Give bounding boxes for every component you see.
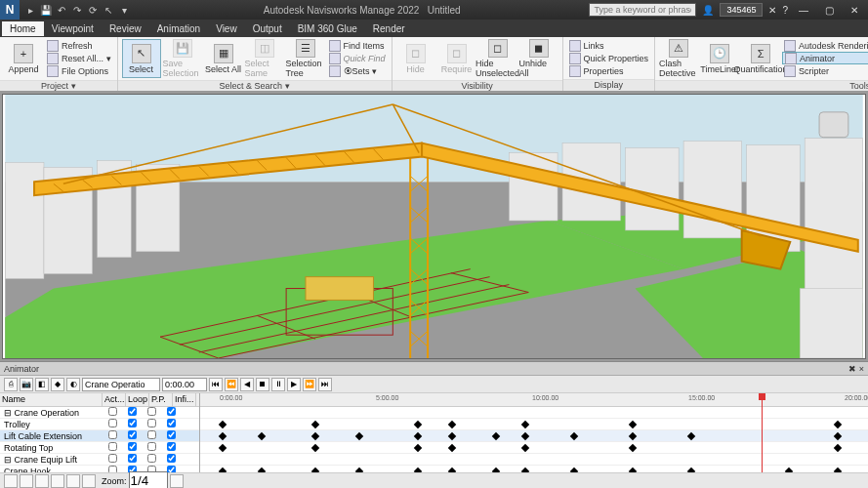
keyframe[interactable]: [834, 468, 842, 472]
keyframe[interactable]: [219, 468, 227, 472]
pp-checkbox[interactable]: [147, 442, 156, 451]
anim-snap-icon[interactable]: ◧: [35, 378, 49, 391]
keyframe[interactable]: [570, 468, 578, 472]
qat-select-icon[interactable]: ↖: [102, 3, 115, 17]
unhide-all-button[interactable]: ◼Unhide All: [519, 39, 558, 78]
animator-button[interactable]: Animator: [782, 52, 868, 64]
loop-checkbox[interactable]: [128, 407, 137, 416]
app-logo[interactable]: N: [0, 0, 20, 20]
step-back-icon[interactable]: ⏪: [225, 378, 238, 391]
f-up-icon[interactable]: [51, 474, 64, 488]
infinite-checkbox[interactable]: [167, 442, 176, 451]
anim-key-icon[interactable]: ◆: [51, 378, 64, 391]
time-ruler[interactable]: 0:00.005:00.0010:00.0015:00.0020:00.00: [200, 393, 868, 407]
scene-name-input[interactable]: [82, 378, 160, 391]
keyframe[interactable]: [311, 468, 319, 472]
append-button[interactable]: +Append: [4, 39, 43, 78]
active-checkbox[interactable]: [108, 407, 117, 416]
minimize-button[interactable]: —: [794, 5, 813, 16]
f-opt-icon[interactable]: [82, 474, 96, 488]
keyframe[interactable]: [629, 421, 637, 428]
keyframe[interactable]: [570, 432, 578, 440]
-sets--button[interactable]: ⦿Sets ▾: [327, 64, 388, 77]
loop-checkbox[interactable]: [128, 419, 137, 427]
keyframe[interactable]: [629, 468, 637, 472]
timeline-track[interactable]: [200, 419, 868, 430]
pp-checkbox[interactable]: [147, 407, 156, 416]
timeline-track[interactable]: [200, 454, 868, 466]
keyframe[interactable]: [834, 432, 842, 440]
f-del-icon[interactable]: [35, 474, 49, 488]
qat-refresh-icon[interactable]: ⟳: [86, 3, 100, 17]
animator-tree[interactable]: Name Act... Loop P.P. Infi... ⊟ Crane Op…: [0, 393, 200, 472]
tab-bim-360-glue[interactable]: BIM 360 Glue: [290, 21, 365, 36]
tab-animation[interactable]: Animation: [149, 21, 208, 36]
user-id[interactable]: 345465: [720, 3, 763, 17]
exchange-icon[interactable]: ✕: [768, 5, 776, 16]
close-button[interactable]: ✕: [845, 5, 864, 16]
keyframe[interactable]: [355, 432, 363, 440]
quick-find-button[interactable]: Quick Find: [327, 52, 388, 64]
keyframe[interactable]: [521, 432, 529, 440]
zoom-fit-icon[interactable]: [170, 474, 184, 488]
active-checkbox[interactable]: [108, 454, 117, 463]
animator-timeline[interactable]: 0:00.005:00.0010:00.0015:00.0020:00.00: [200, 393, 868, 472]
keyframe[interactable]: [311, 421, 319, 428]
infinite-checkbox[interactable]: [167, 407, 176, 416]
anim-row[interactable]: ⊟ Crane Equip Lift: [0, 454, 199, 466]
keyframe[interactable]: [414, 444, 422, 452]
keyframe[interactable]: [448, 444, 456, 452]
tab-output[interactable]: Output: [245, 21, 290, 36]
animator-titlebar[interactable]: Animator ✖ ×: [0, 362, 868, 376]
qat-more-icon[interactable]: ▾: [117, 3, 131, 17]
loop-checkbox[interactable]: [128, 430, 137, 439]
f-down-icon[interactable]: [66, 474, 80, 488]
keyframe[interactable]: [355, 468, 363, 472]
infinite-checkbox[interactable]: [167, 454, 176, 463]
quick-properties-button[interactable]: Quick Properties: [567, 52, 651, 64]
anim-row[interactable]: Lift Cable Extension: [0, 430, 199, 442]
tab-render[interactable]: Render: [365, 21, 413, 36]
active-checkbox[interactable]: [108, 430, 117, 439]
links-button[interactable]: Links: [567, 39, 651, 52]
hide-unselected-button[interactable]: ◻Hide Unselected: [478, 39, 517, 78]
tab-viewpoint[interactable]: Viewpoint: [44, 21, 102, 36]
keyframe[interactable]: [311, 444, 319, 452]
timeline-track[interactable]: [200, 430, 868, 442]
time-input[interactable]: [162, 378, 207, 391]
anim-toggle-icon[interactable]: ◐: [66, 378, 80, 391]
timeline-track[interactable]: [200, 442, 868, 454]
keyframe[interactable]: [414, 432, 422, 440]
tab-home[interactable]: Home: [2, 21, 44, 36]
maximize-button[interactable]: ▢: [819, 5, 839, 16]
keyframe[interactable]: [785, 468, 793, 472]
refresh-button[interactable]: Refresh: [45, 39, 113, 52]
keyframe[interactable]: [492, 432, 500, 440]
keyframe[interactable]: [521, 468, 529, 472]
save-selection-button[interactable]: 💾Save Selection: [163, 39, 202, 78]
to-end-icon[interactable]: ⏭: [318, 378, 332, 391]
qat-redo-icon[interactable]: ↷: [70, 3, 84, 17]
playhead[interactable]: [762, 393, 763, 472]
panel-close-icon[interactable]: ✖ ×: [848, 364, 864, 374]
active-checkbox[interactable]: [108, 419, 117, 427]
anim-row[interactable]: Rotating Top: [0, 442, 199, 454]
keyframe[interactable]: [521, 421, 529, 428]
scripter-button[interactable]: Scripter: [782, 64, 868, 77]
keyframe[interactable]: [219, 421, 227, 428]
signin-icon[interactable]: 👤: [702, 5, 714, 16]
quantification-button[interactable]: ΣQuantification: [741, 39, 780, 78]
require-button[interactable]: ◻Require: [437, 39, 476, 78]
keyframe[interactable]: [219, 432, 227, 440]
zoom-input[interactable]: [129, 471, 168, 488]
active-checkbox[interactable]: [108, 466, 117, 472]
properties-button[interactable]: Properties: [567, 64, 651, 77]
keyframe[interactable]: [311, 432, 319, 440]
qat-save-icon[interactable]: 💾: [39, 3, 53, 17]
keyframe[interactable]: [448, 421, 456, 428]
file-options-button[interactable]: File Options: [45, 64, 113, 77]
qat-undo-icon[interactable]: ↶: [55, 3, 68, 17]
anim-row[interactable]: ⊟ Crane Operation: [0, 407, 199, 419]
keyframe[interactable]: [258, 432, 266, 440]
stop-icon[interactable]: ⏹: [256, 378, 269, 391]
